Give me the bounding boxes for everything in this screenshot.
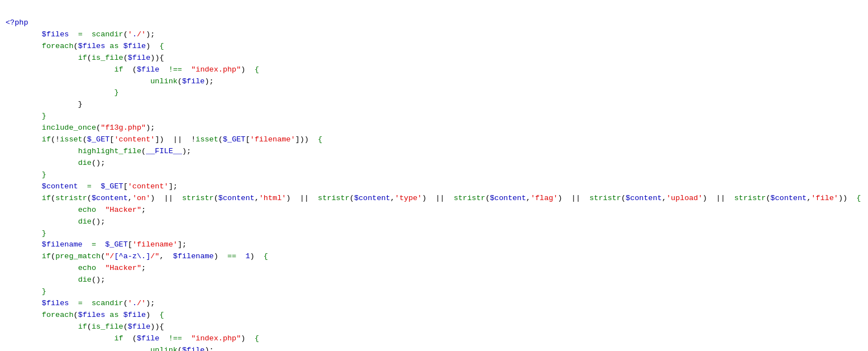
code-display: <?php $files = scandir('./'); foreach($f…: [0, 3, 868, 351]
var-files-1: $files: [42, 30, 69, 39]
php-open-tag: <?php: [6, 18, 28, 27]
